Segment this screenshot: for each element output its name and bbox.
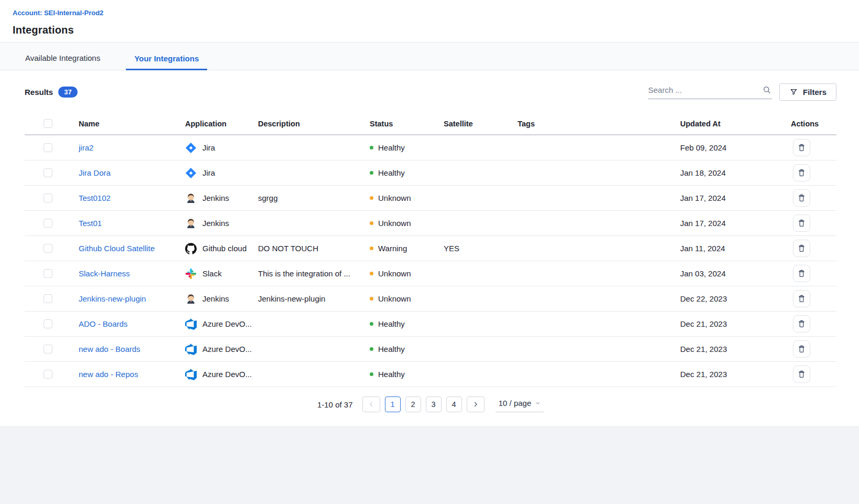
trash-icon xyxy=(797,143,806,152)
delete-button[interactable] xyxy=(793,189,810,207)
row-checkbox[interactable] xyxy=(44,219,52,228)
table-row: Slack-Harness Slack This is the integrat… xyxy=(25,261,836,286)
row-checkbox[interactable] xyxy=(44,370,52,379)
integration-name-link[interactable]: new ado - Boards xyxy=(79,345,141,353)
status-label: Healthy xyxy=(378,168,405,177)
integration-name-link[interactable]: Github Cloud Satellite xyxy=(79,244,155,253)
azure-devops-icon xyxy=(185,369,197,380)
delete-button[interactable] xyxy=(793,290,810,307)
next-page-button[interactable] xyxy=(467,396,485,412)
github-icon xyxy=(185,243,197,254)
status-dot xyxy=(370,297,373,301)
page-button-1[interactable]: 1 xyxy=(385,396,401,412)
page-button-4[interactable]: 4 xyxy=(446,396,462,412)
table-row: Jira Dora Jira Healthy Jan 18, 2024 xyxy=(25,160,836,186)
status-dot xyxy=(370,246,373,250)
integration-name-link[interactable]: new ado - Repos xyxy=(79,370,138,379)
jira-icon xyxy=(185,167,197,179)
trash-icon xyxy=(797,319,806,328)
row-checkbox[interactable] xyxy=(44,269,52,278)
integration-name-link[interactable]: Test01 xyxy=(79,219,102,228)
integration-name-link[interactable]: Jira Dora xyxy=(79,168,111,177)
delete-button[interactable] xyxy=(793,139,810,156)
delete-button[interactable] xyxy=(793,340,810,358)
application-label: Jenkins xyxy=(202,219,229,228)
description-text: Jenkins-new-plugin xyxy=(258,294,370,303)
column-header-updated-at: Updated At xyxy=(680,120,787,128)
delete-button[interactable] xyxy=(793,265,810,282)
updated-at-value: Dec 21, 2023 xyxy=(680,370,787,379)
delete-button[interactable] xyxy=(793,366,810,383)
status-label: Unknown xyxy=(378,194,411,202)
page-header: Account: SEI-Internal-Prod2 Integrations xyxy=(0,0,859,42)
page-button-3[interactable]: 3 xyxy=(426,396,442,412)
row-checkbox[interactable] xyxy=(44,143,52,152)
page-title: Integrations xyxy=(13,24,846,36)
updated-at-value: Jan 03, 2024 xyxy=(680,269,787,278)
column-header-tags: Tags xyxy=(518,120,680,128)
table-header-row: Name Application Description Status Sate… xyxy=(25,113,836,135)
row-checkbox[interactable] xyxy=(44,168,52,177)
page-size-select[interactable]: 10 / page xyxy=(496,396,544,412)
updated-at-value: Jan 11, 2024 xyxy=(680,244,787,253)
delete-button[interactable] xyxy=(793,164,810,181)
prev-page-button[interactable] xyxy=(362,396,380,412)
updated-at-value: Jan 18, 2024 xyxy=(680,168,787,177)
application-label: Jenkins xyxy=(202,294,229,303)
trash-icon xyxy=(797,269,806,278)
column-header-satellite: Satellite xyxy=(444,120,518,128)
trash-icon xyxy=(797,168,806,177)
delete-button[interactable] xyxy=(793,240,810,257)
trash-icon xyxy=(797,194,806,202)
application-label: Jira xyxy=(202,168,215,177)
azure-devops-icon xyxy=(185,318,197,330)
slack-icon xyxy=(185,268,197,280)
page-size-label: 10 / page xyxy=(499,399,532,408)
table-row: Github Cloud Satellite Github cloud DO N… xyxy=(25,236,836,261)
integration-name-link[interactable]: Jenkins-new-plugin xyxy=(79,294,146,303)
application-label: Jenkins xyxy=(202,194,229,202)
jenkins-icon xyxy=(185,293,197,305)
status-label: Healthy xyxy=(378,319,405,328)
status-dot xyxy=(370,347,373,351)
status-dot xyxy=(370,196,373,200)
delete-button[interactable] xyxy=(793,315,810,333)
column-header-status: Status xyxy=(370,120,444,128)
application-label: Azure DevO... xyxy=(202,319,252,328)
integration-name-link[interactable]: Slack-Harness xyxy=(79,269,130,278)
page-button-2[interactable]: 2 xyxy=(405,396,421,412)
row-checkbox[interactable] xyxy=(44,345,52,353)
row-checkbox[interactable] xyxy=(44,319,52,328)
tab-your-integrations[interactable]: Your Integrations xyxy=(126,54,207,70)
integration-name-link[interactable]: ADO - Boards xyxy=(79,319,127,328)
delete-button[interactable] xyxy=(793,215,810,232)
jenkins-icon xyxy=(185,218,197,229)
integration-name-link[interactable]: jira2 xyxy=(79,143,93,152)
description-text: sgrgg xyxy=(258,194,370,202)
row-checkbox[interactable] xyxy=(44,244,52,253)
status-label: Warning xyxy=(378,244,407,253)
status-label: Healthy xyxy=(378,143,405,152)
application-label: Slack xyxy=(202,269,222,278)
updated-at-value: Feb 09, 2024 xyxy=(680,143,787,152)
account-link[interactable]: Account: SEI-Internal-Prod2 xyxy=(13,9,103,17)
pagination-range-label: 1-10 of 37 xyxy=(317,400,353,409)
column-header-actions: Actions xyxy=(787,120,836,128)
filters-button-label: Filters xyxy=(803,88,826,96)
row-checkbox[interactable] xyxy=(44,194,52,202)
description-text: This is the integration of ... xyxy=(258,269,370,278)
table-row: Test01 Jenkins Unknown Jan 17, 2024 xyxy=(25,211,836,236)
row-checkbox[interactable] xyxy=(44,294,52,303)
search-input[interactable] xyxy=(648,85,759,94)
filters-button[interactable]: Filters xyxy=(779,83,836,101)
status-dot xyxy=(370,372,373,376)
table-row: new ado - Repos Azure DevO... Healthy De… xyxy=(25,362,836,387)
filter-funnel-icon xyxy=(789,88,798,96)
results-count-badge: 37 xyxy=(58,87,77,98)
toolbar: Results 37 Filters xyxy=(25,70,836,101)
trash-icon xyxy=(797,244,806,253)
select-all-checkbox[interactable] xyxy=(44,119,52,128)
tab-available-integrations[interactable]: Available Integrations xyxy=(25,53,100,70)
table-row: Test0102 Jenkins sgrgg Unknown Jan 17, 2… xyxy=(25,186,836,211)
integration-name-link[interactable]: Test0102 xyxy=(79,194,111,202)
